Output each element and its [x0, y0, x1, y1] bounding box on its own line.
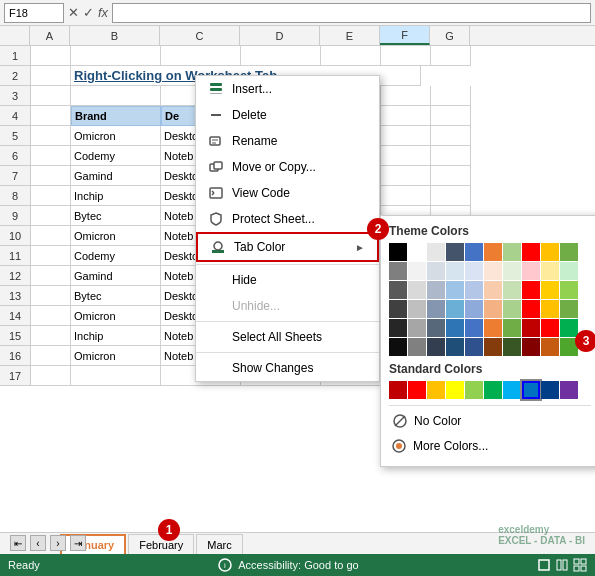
- ctx-protect[interactable]: Protect Sheet...: [196, 206, 379, 232]
- theme-color-cell[interactable]: [503, 300, 521, 318]
- cell-f4[interactable]: [381, 106, 431, 126]
- ctx-unhide[interactable]: Unhide...: [196, 293, 379, 319]
- row-header-13[interactable]: 13: [0, 286, 30, 306]
- cell-a1[interactable]: [31, 46, 71, 66]
- theme-color-cell[interactable]: [446, 262, 464, 280]
- row-header-6[interactable]: 6: [0, 146, 30, 166]
- more-colors-row[interactable]: More Colors...: [389, 434, 591, 458]
- theme-color-cell[interactable]: [522, 281, 540, 299]
- cell-b7[interactable]: Gamind: [71, 166, 161, 186]
- row-header-11[interactable]: 11: [0, 246, 30, 266]
- cell-f8[interactable]: [381, 186, 431, 206]
- theme-color-cell[interactable]: [541, 281, 559, 299]
- theme-color-cell[interactable]: [408, 281, 426, 299]
- theme-color-cell[interactable]: [484, 300, 502, 318]
- standard-color-cell[interactable]: [503, 381, 521, 399]
- theme-color-cell[interactable]: [503, 243, 521, 261]
- theme-color-cell[interactable]: [446, 243, 464, 261]
- cell-b13[interactable]: Bytec: [71, 286, 161, 306]
- cell-b1[interactable]: [71, 46, 161, 66]
- theme-color-cell[interactable]: [503, 338, 521, 356]
- cell-a5[interactable]: [31, 126, 71, 146]
- cell-a16[interactable]: [31, 346, 71, 366]
- ctx-hide[interactable]: Hide: [196, 267, 379, 293]
- theme-color-cell[interactable]: [446, 281, 464, 299]
- row-header-10[interactable]: 10: [0, 226, 30, 246]
- cell-b14[interactable]: Omicron: [71, 306, 161, 326]
- cell-a12[interactable]: [31, 266, 71, 286]
- cell-g6[interactable]: [431, 146, 471, 166]
- theme-color-cell[interactable]: [408, 319, 426, 337]
- page-break-icon[interactable]: [573, 558, 587, 572]
- theme-color-cell[interactable]: [389, 281, 407, 299]
- theme-color-cell[interactable]: [560, 243, 578, 261]
- row-header-5[interactable]: 5: [0, 126, 30, 146]
- confirm-icon[interactable]: ✓: [83, 5, 94, 20]
- cell-g3[interactable]: [431, 86, 471, 106]
- theme-color-cell[interactable]: [427, 281, 445, 299]
- theme-color-cell[interactable]: [541, 338, 559, 356]
- theme-color-cell[interactable]: [389, 262, 407, 280]
- formula-input[interactable]: [112, 3, 591, 23]
- ctx-viewcode[interactable]: View Code: [196, 180, 379, 206]
- theme-color-cell[interactable]: [427, 300, 445, 318]
- theme-color-cell[interactable]: [465, 319, 483, 337]
- row-header-4[interactable]: 4: [0, 106, 30, 126]
- col-header-d[interactable]: D: [240, 26, 320, 45]
- theme-color-cell[interactable]: [446, 338, 464, 356]
- theme-color-cell[interactable]: [541, 243, 559, 261]
- theme-color-cell[interactable]: [484, 243, 502, 261]
- ctx-rename[interactable]: Rename: [196, 128, 379, 154]
- cell-a6[interactable]: [31, 146, 71, 166]
- standard-color-cell[interactable]: [541, 381, 559, 399]
- theme-color-cell[interactable]: [560, 281, 578, 299]
- theme-color-cell[interactable]: [503, 319, 521, 337]
- theme-color-cell[interactable]: [427, 338, 445, 356]
- ctx-tabcolor[interactable]: Tab Color ►: [196, 232, 379, 262]
- ctx-insert[interactable]: Insert...: [196, 76, 379, 102]
- standard-color-cell[interactable]: [522, 381, 540, 399]
- standard-color-cell[interactable]: [465, 381, 483, 399]
- cell-a10[interactable]: [31, 226, 71, 246]
- row-header-17[interactable]: 17: [0, 366, 30, 386]
- cell-a13[interactable]: [31, 286, 71, 306]
- cell-e1[interactable]: [321, 46, 381, 66]
- cell-a17[interactable]: [31, 366, 71, 386]
- cell-a4[interactable]: [31, 106, 71, 126]
- row-header-12[interactable]: 12: [0, 266, 30, 286]
- theme-color-cell[interactable]: [522, 338, 540, 356]
- cell-b4-brand[interactable]: Brand: [71, 106, 161, 126]
- theme-color-cell[interactable]: [522, 319, 540, 337]
- theme-color-cell[interactable]: [465, 300, 483, 318]
- theme-color-cell[interactable]: [446, 319, 464, 337]
- theme-color-cell[interactable]: [560, 300, 578, 318]
- theme-color-cell[interactable]: [484, 262, 502, 280]
- standard-color-cell[interactable]: [389, 381, 407, 399]
- cell-g1[interactable]: [431, 46, 471, 66]
- row-header-16[interactable]: 16: [0, 346, 30, 366]
- row-header-9[interactable]: 9: [0, 206, 30, 226]
- ctx-showchanges[interactable]: Show Changes: [196, 355, 379, 381]
- cell-b6[interactable]: Codemy: [71, 146, 161, 166]
- cell-b15[interactable]: Inchip: [71, 326, 161, 346]
- col-header-e[interactable]: E: [320, 26, 380, 45]
- col-header-c[interactable]: C: [160, 26, 240, 45]
- theme-color-cell[interactable]: [427, 319, 445, 337]
- standard-color-cell[interactable]: [408, 381, 426, 399]
- no-color-row[interactable]: No Color: [389, 408, 591, 434]
- row-header-3[interactable]: 3: [0, 86, 30, 106]
- cancel-icon[interactable]: ✕: [68, 5, 79, 20]
- theme-color-cell[interactable]: [560, 262, 578, 280]
- theme-color-cell[interactable]: [408, 338, 426, 356]
- cell-g7[interactable]: [431, 166, 471, 186]
- theme-color-cell[interactable]: [503, 262, 521, 280]
- cell-a7[interactable]: [31, 166, 71, 186]
- col-header-f[interactable]: F: [380, 26, 430, 45]
- cell-b16[interactable]: Omicron: [71, 346, 161, 366]
- cell-b3[interactable]: [71, 86, 161, 106]
- tab-nav-prev[interactable]: ‹: [30, 535, 46, 551]
- theme-color-cell[interactable]: [560, 319, 578, 337]
- col-header-b[interactable]: B: [70, 26, 160, 45]
- cell-f1[interactable]: [381, 46, 431, 66]
- cell-a11[interactable]: [31, 246, 71, 266]
